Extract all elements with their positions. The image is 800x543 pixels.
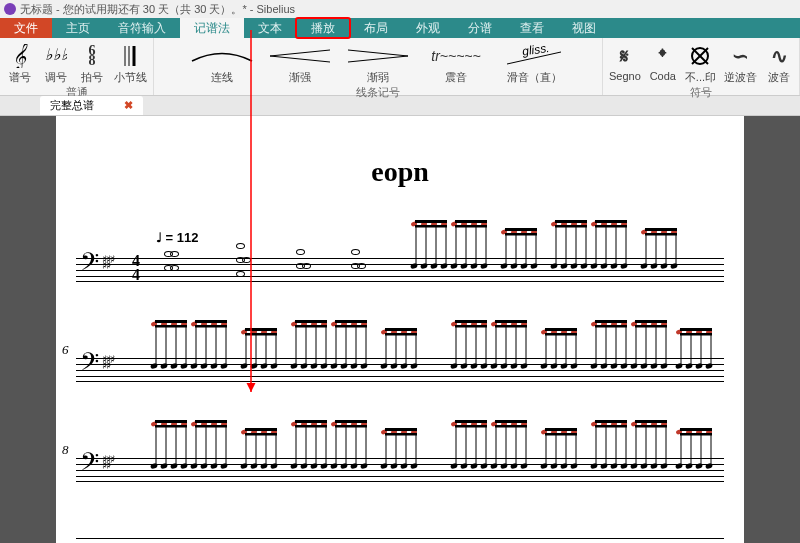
svg-point-90 [670, 262, 678, 269]
svg-point-409 [650, 462, 658, 469]
bar-number: 6 [62, 342, 69, 358]
svg-point-277 [190, 462, 198, 469]
ribbon-slur[interactable]: 连线 [187, 44, 257, 85]
svg-point-221 [590, 362, 598, 369]
svg-point-384 [570, 462, 578, 469]
ribbon-barline[interactable]: 小节线 [114, 44, 147, 85]
svg-point-188 [480, 362, 488, 369]
ribbon-time[interactable]: 68 拍号 [78, 44, 106, 85]
score-canvas[interactable]: eopn ♩ = 112 𝄢 ♯♯♯♯♯ 44 [0, 116, 800, 543]
key-signature: ♯♯♯♯♯ [102, 456, 114, 468]
document-tab[interactable]: 完整总谱 ✖ [40, 96, 143, 115]
svg-point-406 [640, 462, 648, 469]
menu-notations[interactable]: 记谱法 [180, 18, 244, 38]
svg-rect-149 [295, 325, 327, 328]
ribbon-clef[interactable]: 𝄞 谱号 [6, 44, 34, 85]
svg-rect-372 [495, 420, 527, 423]
score-page[interactable]: eopn ♩ = 112 𝄢 ♯♯♯♯♯ 44 [56, 116, 744, 543]
svg-rect-345 [385, 433, 417, 436]
svg-point-353 [470, 462, 478, 469]
svg-rect-120 [195, 320, 227, 323]
svg-point-216 [570, 362, 578, 369]
svg-rect-148 [295, 320, 327, 323]
menu-home[interactable]: 主页 [52, 18, 104, 38]
svg-point-118 [220, 362, 228, 369]
svg-point-45 [520, 262, 528, 269]
ribbon-coda[interactable]: 𝄌 Coda [649, 44, 677, 82]
system-1: ♩ = 112 𝄢 ♯♯♯♯♯ 44 [76, 218, 724, 298]
menu-file[interactable]: 文件 [0, 18, 52, 38]
ribbon-trill[interactable]: tr~~~~~ 震音 [421, 44, 491, 85]
svg-rect-134 [245, 328, 277, 331]
svg-point-67 [590, 262, 598, 269]
svg-point-235 [630, 362, 638, 369]
svg-point-314 [320, 462, 328, 469]
svg-point-199 [510, 362, 518, 369]
svg-text:gliss.: gliss. [521, 44, 550, 59]
svg-rect-428 [680, 428, 712, 431]
svg-rect-358 [455, 420, 487, 423]
svg-point-266 [160, 462, 168, 469]
svg-rect-344 [385, 428, 417, 431]
ribbon-cresc[interactable]: 渐强 [265, 44, 335, 85]
svg-point-325 [350, 462, 358, 469]
menu-text[interactable]: 文本 [244, 18, 296, 38]
svg-rect-23 [415, 225, 447, 228]
barline-icon [121, 44, 141, 68]
svg-point-87 [660, 262, 668, 269]
menu-view[interactable]: 视图 [558, 18, 610, 38]
svg-point-238 [640, 362, 648, 369]
svg-rect-106 [155, 320, 187, 323]
svg-rect-177 [385, 333, 417, 336]
svg-point-336 [390, 462, 398, 469]
menu-note-input[interactable]: 音符输入 [104, 18, 180, 38]
svg-rect-51 [505, 233, 537, 236]
ribbon-noprint[interactable]: 不...印 [685, 44, 716, 85]
turn-icon: ∽ [732, 44, 749, 68]
menu-appearance[interactable]: 外观 [402, 18, 454, 38]
bass-clef-icon: 𝄢 [80, 248, 99, 283]
close-icon[interactable]: ✖ [124, 99, 133, 112]
svg-point-224 [600, 362, 608, 369]
svg-rect-275 [155, 425, 187, 428]
svg-rect-121 [195, 325, 227, 328]
menu-play[interactable]: 播放 [295, 17, 351, 39]
ribbon-segno[interactable]: 𝄋 Segno [609, 44, 641, 82]
bass-clef-icon: 𝄢 [80, 348, 99, 383]
svg-point-132 [270, 362, 278, 369]
noprint-icon [689, 44, 711, 68]
ribbon-dim[interactable]: 渐弱 [343, 44, 413, 85]
svg-rect-232 [595, 320, 627, 323]
menu-layout[interactable]: 布局 [350, 18, 402, 38]
svg-point-62 [580, 262, 588, 269]
svg-rect-135 [245, 333, 277, 336]
svg-rect-288 [195, 420, 227, 423]
svg-rect-22 [415, 220, 447, 223]
svg-point-39 [500, 262, 508, 269]
svg-rect-246 [635, 320, 667, 323]
svg-point-207 [540, 362, 548, 369]
svg-rect-163 [335, 325, 367, 328]
trill-icon: tr~~~~~ [421, 44, 491, 68]
svg-point-196 [500, 362, 508, 369]
svg-rect-415 [635, 425, 667, 428]
svg-point-146 [320, 362, 328, 369]
svg-point-342 [410, 462, 418, 469]
ribbon-key[interactable]: ♭♭♭ 调号 [42, 44, 70, 85]
mordent-icon: ∿ [771, 44, 788, 68]
svg-rect-261 [680, 333, 712, 336]
svg-rect-219 [545, 333, 577, 336]
svg-point-84 [650, 262, 658, 269]
ribbon-turn[interactable]: ∽ 逆波音 [724, 44, 757, 85]
svg-point-25 [450, 262, 458, 269]
svg-point-255 [695, 362, 703, 369]
menu-review[interactable]: 查看 [506, 18, 558, 38]
left-margin [0, 116, 56, 543]
menu-parts[interactable]: 分谱 [454, 18, 506, 38]
svg-rect-289 [195, 425, 227, 428]
svg-point-300 [270, 462, 278, 469]
svg-point-420 [685, 462, 693, 469]
ribbon-gliss[interactable]: gliss. 滑音（直） [499, 44, 569, 85]
ribbon-mordent[interactable]: ∿ 波音 [765, 44, 793, 85]
svg-point-17 [430, 262, 438, 269]
